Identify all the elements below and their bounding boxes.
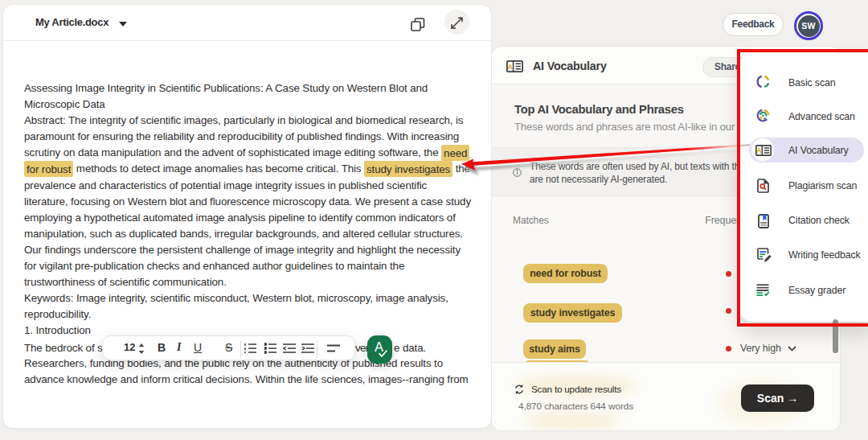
- svg-text:A: A: [507, 63, 513, 71]
